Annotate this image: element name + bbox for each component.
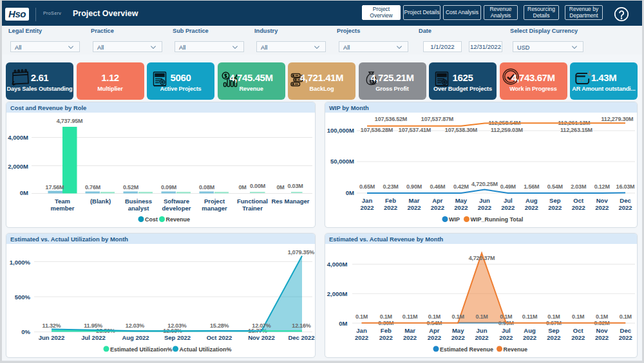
svg-text:2022: 2022: [475, 334, 488, 341]
svg-text:Nov 2022: Nov 2022: [248, 334, 275, 341]
svg-text:107,537.41M: 107,537.41M: [399, 127, 431, 133]
svg-text:2022: 2022: [595, 204, 609, 211]
svg-text:0.90M: 0.90M: [406, 183, 422, 190]
svg-text:0.65M: 0.65M: [359, 183, 375, 190]
svg-text:Mar: Mar: [404, 327, 415, 334]
svg-text:0.1M: 0.1M: [475, 313, 488, 320]
svg-text:2,000M: 2,000M: [327, 290, 348, 297]
svg-text:11.95%: 11.95%: [84, 322, 102, 329]
svg-text:0.1M: 0.1M: [620, 313, 632, 320]
svg-text:2022: 2022: [548, 204, 562, 211]
svg-text:Jan: Jan: [362, 197, 373, 204]
svg-text:Estimated Revenue: Estimated Revenue: [440, 346, 493, 353]
svg-text:2022: 2022: [379, 334, 393, 341]
svg-text:Nov: Nov: [596, 327, 609, 334]
svg-text:12.03%: 12.03%: [167, 322, 187, 329]
svg-text:2022: 2022: [525, 204, 538, 211]
svg-text:0.46M: 0.46M: [430, 183, 445, 190]
svg-text:107,537.87M: 107,537.87M: [421, 116, 453, 122]
svg-text:Business: Business: [125, 198, 152, 205]
svg-text:0.54M: 0.54M: [547, 183, 563, 190]
svg-text:0.1M: 0.1M: [547, 313, 560, 320]
svg-text:Dec 2022: Dec 2022: [288, 334, 314, 341]
svg-text:Res Manager: Res Manager: [271, 198, 309, 205]
svg-text:analyst: analyst: [128, 205, 150, 212]
svg-text:Trainer: Trainer: [242, 205, 263, 212]
svg-text:0M: 0M: [339, 320, 347, 327]
svg-text:0M: 0M: [238, 184, 246, 191]
svg-text:2022: 2022: [454, 204, 468, 211]
svg-text:2022: 2022: [360, 204, 374, 211]
svg-text:107,538.30M: 107,538.30M: [445, 127, 477, 133]
svg-text:2022: 2022: [499, 334, 513, 341]
svg-text:0.49M: 0.49M: [500, 183, 516, 190]
svg-text:2022: 2022: [407, 204, 421, 211]
svg-text:4,737.95M: 4,737.95M: [57, 118, 83, 124]
svg-text:2022: 2022: [451, 334, 465, 341]
svg-text:Sep: Sep: [549, 197, 561, 204]
svg-text:107,536.28M: 107,536.28M: [361, 127, 393, 133]
svg-text:4,720.25M: 4,720.25M: [471, 181, 498, 187]
svg-text:2022: 2022: [478, 204, 491, 211]
svg-text:17.56M: 17.56M: [46, 184, 64, 191]
svg-text:0.1M: 0.1M: [452, 313, 464, 320]
svg-text:2022: 2022: [403, 334, 417, 341]
svg-text:112,279.30M: 112,279.30M: [601, 116, 634, 122]
svg-text:0.03M: 0.03M: [287, 183, 303, 189]
svg-text:1.56M: 1.56M: [524, 183, 539, 190]
svg-text:4,000M: 4,000M: [327, 261, 348, 268]
svg-text:developer: developer: [162, 205, 191, 212]
svg-text:Oct: Oct: [573, 197, 584, 204]
svg-text:0.1M: 0.1M: [428, 313, 440, 320]
svg-text:112,263.15M: 112,263.15M: [560, 127, 592, 133]
svg-text:2,000M: 2,000M: [8, 163, 28, 170]
svg-text:May: May: [455, 197, 468, 204]
svg-text:manager: manager: [202, 205, 227, 212]
svg-text:1,000%: 1,000%: [10, 259, 31, 266]
svg-text:0.1M: 0.1M: [355, 313, 368, 320]
svg-text:Mar: Mar: [409, 197, 420, 204]
svg-text:Jul: Jul: [502, 327, 511, 334]
svg-text:0.12M: 0.12M: [594, 183, 610, 190]
svg-text:Cost: Cost: [145, 216, 158, 223]
svg-text:0%: 0%: [21, 328, 30, 335]
svg-text:Aug: Aug: [524, 327, 536, 334]
svg-text:2022: 2022: [428, 334, 441, 341]
svg-text:Team: Team: [55, 198, 70, 205]
svg-text:Apr: Apr: [432, 197, 443, 204]
svg-text:0.23M: 0.23M: [383, 183, 398, 190]
svg-text:Apr: Apr: [429, 327, 440, 334]
svg-text:12.16%: 12.16%: [292, 322, 311, 329]
svg-text:Sep: Sep: [548, 327, 560, 334]
svg-text:0.11M: 0.11M: [402, 313, 418, 320]
svg-text:15.28%: 15.28%: [210, 322, 229, 329]
svg-text:0M: 0M: [276, 184, 284, 191]
svg-text:107,536.52M: 107,536.52M: [375, 116, 407, 122]
svg-text:WIP: WIP: [449, 216, 460, 223]
svg-text:Feb: Feb: [381, 327, 392, 334]
svg-text:0.00M: 0.00M: [250, 183, 265, 189]
svg-text:WIP_Running Total: WIP_Running Total: [471, 216, 524, 223]
svg-text:(Blank): (Blank): [90, 198, 111, 205]
svg-text:Aug: Aug: [526, 197, 538, 204]
svg-text:2022: 2022: [384, 204, 397, 211]
svg-text:16.03M: 16.03M: [616, 183, 635, 190]
svg-text:May: May: [452, 327, 464, 334]
svg-text:Revenue: Revenue: [166, 216, 191, 223]
svg-text:500%: 500%: [15, 293, 31, 301]
svg-text:Nov: Nov: [596, 197, 609, 204]
svg-text:Feb: Feb: [385, 197, 396, 204]
svg-text:2022: 2022: [355, 334, 368, 341]
svg-text:Actual Utilization%: Actual Utilization%: [180, 346, 232, 353]
svg-text:2022: 2022: [618, 204, 632, 211]
svg-text:2022: 2022: [572, 204, 585, 211]
svg-text:11.32%: 11.32%: [43, 322, 61, 329]
svg-text:Jul 2022: Jul 2022: [81, 334, 106, 341]
svg-text:4,000M: 4,000M: [8, 134, 28, 141]
svg-text:0.52M: 0.52M: [123, 184, 138, 191]
svg-text:Oct 2022: Oct 2022: [207, 334, 232, 341]
svg-text:1,079.35%: 1,079.35%: [288, 249, 314, 256]
svg-text:0.1M: 0.1M: [572, 313, 584, 320]
svg-text:50,000M: 50,000M: [330, 158, 354, 165]
svg-text:0.09M: 0.09M: [161, 184, 176, 191]
